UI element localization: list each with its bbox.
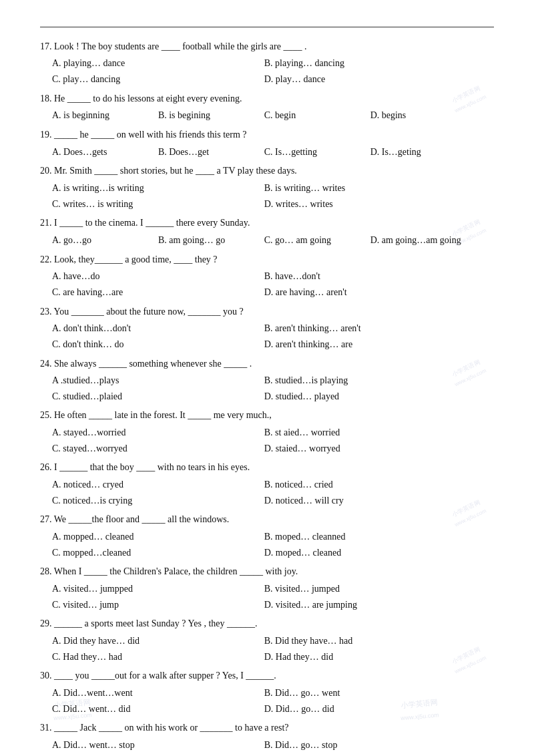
q20-a: A. is writing…is writing bbox=[52, 180, 264, 196]
q20-b: B. is writing… writes bbox=[264, 180, 477, 196]
q25-d: D. staied… worryed bbox=[264, 441, 477, 457]
question-20: 20. Mr. Smith _____ short stories, but h… bbox=[40, 164, 494, 212]
question-24: 24. She always ______ something whenever… bbox=[40, 357, 494, 405]
q19-text: 19. _____ he _____ on well with his frie… bbox=[40, 128, 494, 142]
q28-c: C. visited… jump bbox=[52, 597, 264, 613]
q29-b: B. Did they have… had bbox=[264, 633, 477, 649]
question-17: 17. Look ! The boy students are ____ foo… bbox=[40, 39, 494, 87]
q18-d: D. begins bbox=[370, 108, 477, 124]
q19-options: A. Does…gets B. Does…get C. Is…getting D… bbox=[52, 144, 494, 160]
q21-options: A. go…go B. am going… go C. go… am going… bbox=[52, 232, 494, 248]
q17-c: C. play… dancing bbox=[52, 71, 264, 87]
svg-text:小学英语网: 小学英语网 bbox=[53, 698, 91, 709]
q26-c: C. noticed…is crying bbox=[52, 493, 264, 509]
question-21: 21. I _____ to the cinema. I ______ ther… bbox=[40, 216, 494, 248]
q29-c: C. Had they… had bbox=[52, 649, 264, 665]
q19-a: A. Does…gets bbox=[52, 144, 158, 160]
q24-b: B. studied…is playing bbox=[264, 373, 477, 389]
q27-text: 27. We _____the floor and _____ all the … bbox=[40, 512, 494, 527]
q21-a: A. go…go bbox=[52, 232, 158, 248]
q27-b: B. moped… cleanned bbox=[264, 529, 477, 545]
q20-d: D. writes… writes bbox=[264, 196, 477, 212]
bottom-watermark-right: 小学英语网 www.xj5u.com bbox=[398, 691, 469, 739]
svg-text:www.xj5u.com: www.xj5u.com bbox=[400, 711, 439, 721]
bottom-watermark-left: 小学英语网 www.xj5u.com bbox=[51, 691, 121, 739]
q23-a: A. don't think…don't bbox=[52, 321, 264, 337]
q25-c: C. stayed…worryed bbox=[52, 441, 264, 457]
q23-c: C. don't think… do bbox=[52, 337, 264, 353]
q31-c: C. Did… went… stop bbox=[52, 753, 264, 756]
q30-text: 30. ____ you _____out for a walk after s… bbox=[40, 669, 494, 683]
q22-c: C. are having…are bbox=[52, 285, 264, 301]
q26-b: B. noticed… cried bbox=[264, 477, 477, 493]
q28-text: 28. When I _____ the Children's Palace, … bbox=[40, 564, 494, 579]
q31-a: A. Did… went… stop bbox=[52, 737, 264, 753]
q28-options: A. visited… jumpped B. visited… jumped C… bbox=[52, 581, 494, 613]
q24-text: 24. She always ______ something whenever… bbox=[40, 357, 494, 371]
q22-d: D. are having… aren't bbox=[264, 285, 477, 301]
q22-b: B. have…don't bbox=[264, 268, 477, 285]
q21-b: B. am going… go bbox=[158, 232, 264, 248]
q25-b: B. st aied… worried bbox=[264, 425, 477, 441]
q23-text: 23. You _______ about the future now, __… bbox=[40, 305, 494, 319]
q27-a: A. mopped… cleaned bbox=[52, 529, 264, 545]
q23-d: D. aren't thinking… are bbox=[264, 337, 477, 353]
q18-options: A. is beginning B. is begining C. begin … bbox=[52, 108, 494, 124]
question-27: 27. We _____the floor and _____ all the … bbox=[40, 512, 494, 560]
question-29: 29. ______ a sports meet last Sunday ? Y… bbox=[40, 616, 494, 665]
q24-c: C. studied…plaied bbox=[52, 389, 264, 405]
q17-d: D. play… dance bbox=[264, 71, 477, 87]
q31-d: D. Did… go… stopped bbox=[264, 753, 477, 756]
q17-options: A. playing… dance B. playing… dancing C.… bbox=[52, 55, 494, 87]
q17-text: 17. Look ! The boy students are ____ foo… bbox=[40, 39, 494, 54]
q27-c: C. mopped…cleaned bbox=[52, 545, 264, 561]
question-18: 18. He _____ to do his lessons at eight … bbox=[40, 91, 494, 124]
question-28: 28. When I _____ the Children's Palace, … bbox=[40, 564, 494, 612]
q18-b: B. is begining bbox=[158, 108, 264, 124]
q21-c: C. go… am going bbox=[264, 232, 370, 248]
q26-options: A. noticed… cryed B. noticed… cried C. n… bbox=[52, 477, 494, 509]
question-22: 22. Look, they______ a good time, ____ t… bbox=[40, 252, 494, 301]
question-25: 25. He often _____ late in the forest. I… bbox=[40, 408, 494, 456]
q17-b: B. playing… dancing bbox=[264, 55, 477, 71]
q29-d: D. Had they… did bbox=[264, 649, 477, 665]
q20-options: A. is writing…is writing B. is writing… … bbox=[52, 180, 494, 212]
svg-text:小学英语网: 小学英语网 bbox=[400, 698, 438, 709]
question-19: 19. _____ he _____ on well with his frie… bbox=[40, 128, 494, 160]
q21-text: 21. I _____ to the cinema. I ______ ther… bbox=[40, 216, 494, 230]
q19-d: D. Is…geting bbox=[370, 144, 477, 160]
q20-c: C. writes… is writing bbox=[52, 196, 264, 212]
q17-a: A. playing… dance bbox=[52, 55, 264, 71]
question-26: 26. I ______ that the boy ____ with no t… bbox=[40, 460, 494, 508]
q31-options: A. Did… went… stop B. Did… go… stop C. D… bbox=[52, 737, 494, 756]
q22-a: A. have…do bbox=[52, 268, 264, 285]
q28-d: D. visited… are jumping bbox=[264, 597, 477, 613]
q24-a: A .studied…plays bbox=[52, 373, 264, 389]
q26-text: 26. I ______ that the boy ____ with no t… bbox=[40, 460, 494, 475]
q19-b: B. Does…get bbox=[158, 144, 264, 160]
exam-content: 17. Look ! The boy students are ____ foo… bbox=[40, 39, 494, 756]
question-23: 23. You _______ about the future now, __… bbox=[40, 305, 494, 353]
svg-text:www.xj5u.com: www.xj5u.com bbox=[53, 711, 92, 721]
q23-options: A. don't think…don't B. aren't thinking…… bbox=[52, 321, 494, 353]
q29-a: A. Did they have… did bbox=[52, 633, 264, 649]
q28-a: A. visited… jumpped bbox=[52, 581, 264, 597]
q22-text: 22. Look, they______ a good time, ____ t… bbox=[40, 252, 494, 267]
q18-c: C. begin bbox=[264, 108, 370, 124]
q31-b: B. Did… go… stop bbox=[264, 737, 477, 753]
q20-text: 20. Mr. Smith _____ short stories, but h… bbox=[40, 164, 494, 178]
q27-d: D. moped… cleaned bbox=[264, 545, 477, 561]
q26-a: A. noticed… cryed bbox=[52, 477, 264, 493]
q27-options: A. mopped… cleaned B. moped… cleanned C.… bbox=[52, 529, 494, 561]
q23-b: B. aren't thinking… aren't bbox=[264, 321, 477, 337]
q18-a: A. is beginning bbox=[52, 108, 158, 124]
q25-options: A. stayed…worried B. st aied… worried C.… bbox=[52, 425, 494, 457]
q26-d: D. noticed… will cry bbox=[264, 493, 477, 509]
q19-c: C. Is…getting bbox=[264, 144, 370, 160]
q22-options: A. have…do B. have…don't C. are having…a… bbox=[52, 268, 494, 301]
top-line bbox=[40, 27, 494, 27]
q29-options: A. Did they have… did B. Did they have… … bbox=[52, 633, 494, 665]
q24-d: D. studied… played bbox=[264, 389, 477, 405]
q24-options: A .studied…plays B. studied…is playing C… bbox=[52, 373, 494, 405]
q28-b: B. visited… jumped bbox=[264, 581, 477, 597]
